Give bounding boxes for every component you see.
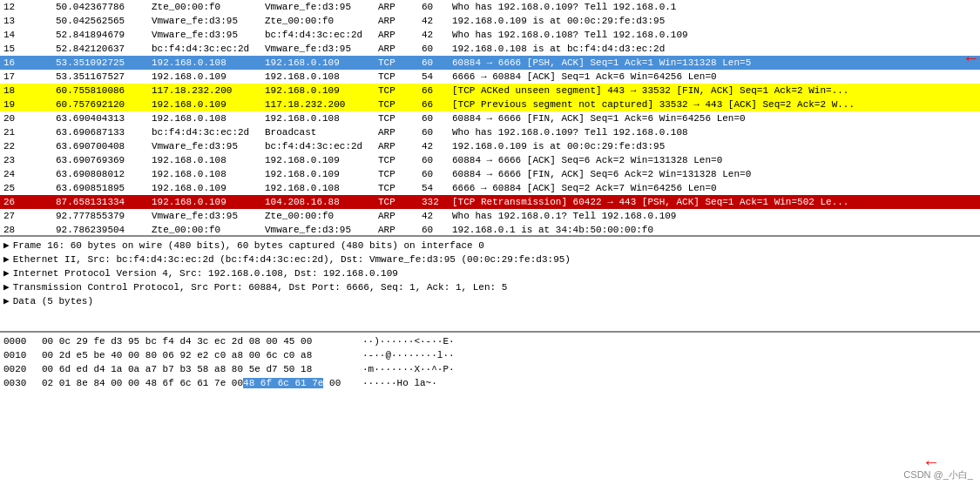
table-row[interactable]: 2687.658131334192.168.0.109104.208.16.88… (0, 195, 980, 209)
detail-line: ▶Internet Protocol Version 4, Src: 192.1… (3, 266, 977, 280)
table-row[interactable]: 1250.042367786Zte_00:00:f0Vmware_fe:d3:9… (0, 0, 980, 14)
table-row[interactable]: 2263.690700408Vmware_fe:d3:95bc:f4:d4:3c… (0, 139, 980, 153)
expand-arrow[interactable]: ▶ (3, 239, 10, 253)
packet-table: 1250.042367786Zte_00:00:f0Vmware_fe:d3:9… (0, 0, 980, 235)
detail-line: ▶Transmission Control Protocol, Src Port… (3, 280, 977, 294)
expand-arrow[interactable]: ▶ (3, 266, 10, 280)
expand-arrow[interactable]: ▶ (3, 294, 10, 308)
table-row[interactable]: 1960.757692120192.168.0.109117.18.232.20… (0, 98, 980, 111)
table-row[interactable]: 2563.690851895192.168.0.109192.168.0.108… (0, 181, 980, 195)
hex-panel: 000000 0c 29 fe d3 95 bc f4 d4 3c ec 2d … (0, 331, 980, 418)
details-panel: ▶Frame 16: 60 bytes on wire (480 bits), … (0, 235, 980, 331)
expand-arrow[interactable]: ▶ (3, 253, 10, 266)
table-row[interactable]: 2063.690404313192.168.0.108192.168.0.108… (0, 111, 980, 125)
table-row[interactable]: 1653.351092725192.168.0.108192.168.0.109… (0, 56, 980, 70)
expand-arrow[interactable]: ▶ (3, 280, 10, 294)
table-row[interactable]: 1860.755810086117.18.232.200192.168.0.10… (0, 84, 980, 98)
table-row[interactable]: 1552.842120637bc:f4:d4:3c:ec:2dVmware_fe… (0, 42, 980, 56)
hex-line: 001000 2d e5 be 40 00 80 06 92 e2 c0 a8 … (3, 348, 977, 362)
table-row[interactable]: 2463.690808012192.168.0.108192.168.0.109… (0, 167, 980, 181)
table-row[interactable]: 2363.690769369192.168.0.108192.168.0.109… (0, 153, 980, 167)
watermark: CSDN @_小白_ (903, 468, 973, 482)
annotation-arrow-top: ← (966, 49, 977, 69)
detail-line: ▶Ethernet II, Src: bc:f4:d4:3c:ec:2d (bc… (3, 253, 977, 266)
detail-line: ▶Frame 16: 60 bytes on wire (480 bits), … (3, 239, 977, 253)
table-row[interactable]: 1753.351167527192.168.0.109192.168.0.108… (0, 70, 980, 84)
table-row[interactable]: 2892.786239504Zte_00:00:f0Vmware_fe:d3:9… (0, 223, 980, 235)
table-row[interactable]: 2792.777855379Vmware_fe:d3:95Zte_00:00:f… (0, 209, 980, 223)
detail-line: ▶Data (5 bytes) (3, 294, 977, 308)
table-row[interactable]: 1452.841894679Vmware_fe:d3:95bc:f4:d4:3c… (0, 28, 980, 42)
packet-list-panel: 1250.042367786Zte_00:00:f0Vmware_fe:d3:9… (0, 0, 980, 235)
table-row[interactable]: 2163.690687133bc:f4:d4:3c:ec:2dBroadcast… (0, 125, 980, 139)
hex-line: 000000 0c 29 fe d3 95 bc f4 d4 3c ec 2d … (3, 334, 977, 348)
table-row[interactable]: 1350.042562565Vmware_fe:d3:95Zte_00:00:f… (0, 14, 980, 28)
main-window: 1250.042367786Zte_00:00:f0Vmware_fe:d3:9… (0, 0, 980, 485)
hex-line: 003002 01 8e 84 00 00 48 6f 6c 61 7e 004… (3, 376, 977, 390)
hex-line: 002000 6d ed d4 1a 0a a7 b7 b3 58 a8 80 … (3, 362, 977, 376)
